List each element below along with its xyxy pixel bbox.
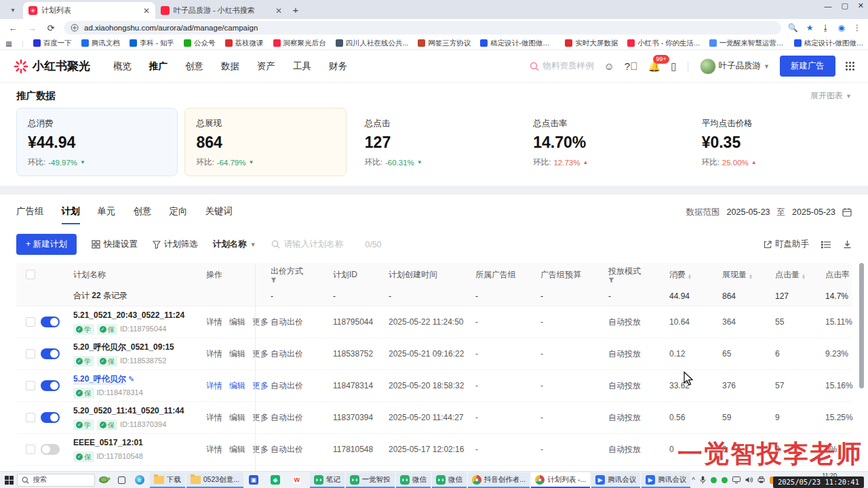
browser-tab[interactable]: ✳ 计划列表 ✕ [23,2,155,19]
task-view-button[interactable] [114,472,130,488]
zoom-icon[interactable]: 🔍 [788,23,798,33]
taskbar-edge-icon[interactable]: e [131,472,149,488]
taskbar-search-input[interactable]: 搜索 [17,474,95,487]
date-start-input[interactable]: 2025-05-23 [727,207,770,217]
new-tab-button[interactable]: + [288,1,304,18]
notification-bell-icon[interactable]: 🔔99+ [648,60,660,73]
window-minimize-button[interactable]: — [824,2,831,10]
entity-tab[interactable]: 计划 [62,205,80,224]
entity-tab[interactable]: 广告组 [16,205,44,224]
taskbar-app[interactable]: 抖音创作者... [468,472,530,488]
row-checkbox[interactable] [26,413,35,422]
browser-menu-icon[interactable]: ⋮ [853,23,861,33]
action-link[interactable]: 编辑 [229,444,245,455]
action-link[interactable]: 编辑 [229,412,245,424]
bookmark-item[interactable]: 小红书 - 你的生活... [627,39,700,48]
taskbar-app[interactable]: ▶腾讯会议 [591,472,640,488]
app-grid-icon[interactable] [846,62,854,70]
display-icon[interactable] [732,476,741,483]
taskbar-app[interactable]: 计划列表 -... [531,472,590,488]
entity-tab[interactable]: 关键词 [205,205,233,224]
bookmark-item[interactable]: 百度一下 [33,39,72,48]
row-toggle[interactable] [41,348,60,359]
row-toggle[interactable] [41,444,60,455]
turtle-widget-image[interactable] [98,475,111,485]
plan-name[interactable]: 5.20_呼伦贝尔_0521_09:15 [73,342,174,352]
plan-name[interactable]: 5.21_0521_20:43_0522_11:24 [73,310,184,320]
action-link[interactable]: 编辑 [229,317,245,328]
material-search-input[interactable]: 物料资质样例 [530,60,594,72]
new-ad-button[interactable]: 新建广告 [780,56,835,77]
url-input[interactable]: ad.xiaohongshu.com/aurora/ad/manage/camp… [64,21,781,35]
taskbar-app[interactable]: ▶腾讯会议 [642,472,690,488]
bookmark-item[interactable]: 腾讯文档 [81,39,120,48]
window-maximize-button[interactable]: ▢ [841,1,848,10]
site-info-icon[interactable] [71,24,79,32]
bookmark-item[interactable]: 四川人社在线公共... [336,39,409,48]
plan-filter-button[interactable]: 计划筛选 [153,239,198,250]
downloads-icon[interactable]: ⭳ [822,23,830,33]
plan-search-input[interactable]: 请输入计划名称 0/50 [271,239,382,250]
calendar-icon[interactable] [842,207,852,217]
window-close-button[interactable]: ✕ [858,1,864,10]
action-link[interactable]: 详情 [206,380,222,392]
bookmark-item[interactable]: 公众号 [184,39,216,48]
bookmark-item[interactable]: 洞察聚光后台 [273,39,326,48]
plan-name[interactable]: EEEE_0517_12:01 [73,438,143,447]
bookmark-item[interactable]: 一觉醒来智慧运营v... [709,39,785,48]
expand-chart-toggle[interactable]: 展开图表▼ [810,90,852,102]
bookmark-item[interactable]: 荔枝微课 [225,39,264,48]
back-button[interactable]: ← [7,23,19,33]
bookmark-item[interactable]: 稿定设计-做图做视... [480,39,555,48]
tab-search-button[interactable]: ▾ [5,2,20,17]
app-nav-item[interactable]: 工具 [293,60,311,73]
monitor-helper-link[interactable]: 盯盘助手 [764,239,809,250]
taskbar-app[interactable]: 下载 [150,472,185,488]
action-link[interactable]: 编辑 [229,380,245,392]
app-logo[interactable]: 小红书聚光 [14,58,90,74]
app-nav-item[interactable]: 数据 [221,60,239,73]
action-link[interactable]: 详情 [206,444,222,455]
tab-close-icon[interactable]: ✕ [275,7,282,15]
start-button[interactable] [3,476,16,485]
row-checkbox[interactable] [26,317,35,327]
action-link[interactable]: 详情 [206,348,222,360]
app-nav-item[interactable]: 创意 [185,60,203,73]
feedback-smiley-icon[interactable]: ☺ [604,60,614,72]
table-scrollbar[interactable] [859,263,864,388]
quick-settings-button[interactable]: 快捷设置 [92,239,138,250]
browser-tab[interactable]: 叶子品质游 - 小红书搜索 ✕ [155,2,288,19]
apps-grid-icon[interactable]: ▦ [5,39,12,47]
bookmark-item[interactable]: 稿定设计-做图做视... [794,39,868,48]
action-link[interactable]: 编辑 [229,348,245,360]
printer-icon[interactable] [757,476,765,483]
taskbar-app[interactable]: ◗◖一觉智投 [346,472,395,488]
row-checkbox[interactable] [26,349,35,359]
taskbar-clock[interactable]: 11:20 2025/05/23 11:20:41 [784,472,864,488]
app-nav-item[interactable]: 财务 [329,60,347,73]
reload-button[interactable]: ⟳ [45,23,57,33]
plan-name[interactable]: 5.20_呼伦贝尔 [73,374,126,384]
bookmark-star-icon[interactable]: ★ [806,23,814,33]
edit-pencil-icon[interactable]: ✎ [126,375,134,383]
entity-tab[interactable]: 单元 [98,205,116,224]
volume-icon[interactable] [745,476,753,483]
app-nav-item[interactable]: 推广 [149,60,167,73]
row-toggle[interactable] [41,412,60,423]
taskbar-app[interactable]: 0523创意... [186,472,243,488]
tab-close-icon[interactable]: ✕ [143,7,150,15]
search-field-select[interactable]: 计划名称▼ [213,239,256,250]
plan-name[interactable]: 5.20_0520_11:41_0520_11:44 [73,406,184,415]
taskbar-app[interactable]: ◆ [267,472,287,488]
account-menu[interactable]: 叶子品质游 ▼ [700,58,770,75]
app-nav-item[interactable]: 资产 [257,60,275,73]
app-nav-item[interactable]: 概览 [113,60,132,73]
forward-button[interactable]: → [26,23,38,33]
bookmark-item[interactable]: 李科 - 知乎 [130,39,174,48]
entity-tab[interactable]: 定向 [170,205,188,224]
microphone-icon[interactable] [700,476,706,484]
row-toggle[interactable] [41,317,60,327]
action-link[interactable]: 详情 [206,317,222,328]
taskbar-app[interactable]: ◗◖微信 [432,472,467,488]
row-checkbox[interactable] [26,381,35,390]
